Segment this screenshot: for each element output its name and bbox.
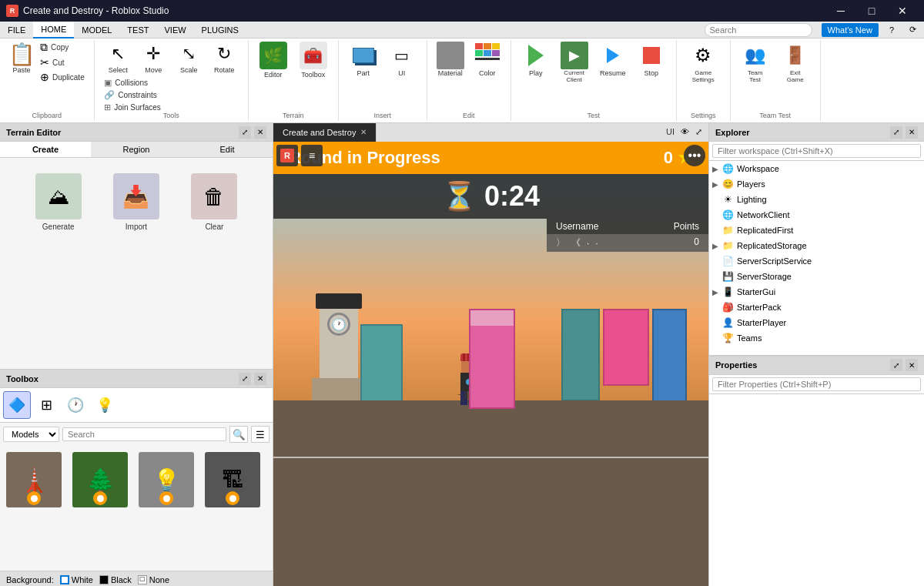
ribbon-search-input[interactable] bbox=[705, 23, 812, 37]
explorer-title: Explorer bbox=[715, 128, 750, 137]
color-button[interactable]: Color bbox=[470, 40, 504, 79]
cut-button[interactable]: ✂Cut bbox=[37, 55, 88, 69]
viewport-tab-close[interactable]: ✕ bbox=[360, 128, 367, 136]
toolbox-tab-grid[interactable]: ⊞ bbox=[32, 391, 60, 419]
close-button[interactable]: ✕ bbox=[887, 0, 918, 22]
explorer-search-input[interactable] bbox=[712, 144, 921, 158]
stop-button[interactable]: Stop bbox=[633, 40, 670, 79]
viewport-ui-toggle[interactable]: UI bbox=[666, 127, 675, 137]
ui-button[interactable]: ▭ UI bbox=[383, 40, 420, 79]
paste-button[interactable]: 📋 Paste bbox=[6, 40, 37, 75]
select-button[interactable]: ↖ Select bbox=[101, 40, 135, 75]
toolbox-ribbon-button[interactable]: 🧰 Toolbox bbox=[295, 40, 332, 80]
material-button[interactable]: Material bbox=[434, 40, 467, 79]
help-button[interactable]: ? bbox=[882, 22, 902, 39]
repstorage-arrow[interactable]: ▶ bbox=[712, 242, 721, 250]
terrain-close-button[interactable]: ✕ bbox=[254, 126, 266, 139]
menu-home[interactable]: HOME bbox=[33, 22, 74, 39]
viewport-tab-main[interactable]: Create and Destroy ✕ bbox=[273, 123, 377, 142]
toolbox-item-lamp[interactable]: 💡 bbox=[139, 452, 194, 507]
score-skip-btn[interactable]: 《 bbox=[571, 236, 581, 249]
explorer-item-replicated-storage[interactable]: ▶ 📁 ReplicatedStorage bbox=[709, 238, 924, 253]
whats-new-button[interactable]: What's New bbox=[822, 23, 879, 37]
toolbox-filter-button[interactable]: ☰ bbox=[251, 426, 270, 443]
terrain-tab-create[interactable]: Create bbox=[0, 142, 91, 157]
bg-none-option[interactable]: ☐ None bbox=[138, 575, 169, 584]
properties-float-button[interactable]: ⤢ bbox=[890, 359, 902, 371]
explorer-item-starter-gui[interactable]: ▶ 📱 StarterGui bbox=[709, 284, 924, 300]
duplicate-button[interactable]: ⊕Duplicate bbox=[37, 70, 88, 84]
import-tool[interactable]: 📥 Import bbox=[101, 173, 171, 231]
share-button[interactable]: ⟳ bbox=[902, 22, 924, 39]
clipboard-label: Clipboard bbox=[0, 112, 94, 119]
toolbox-item-tower[interactable]: 🗼 bbox=[6, 452, 62, 507]
move-button[interactable]: ✛ Move bbox=[136, 40, 170, 75]
toolbox-category-dropdown[interactable]: Models Meshes Images Decals Audio Plugin… bbox=[3, 427, 59, 442]
explorer-item-starter-player[interactable]: ▶ 👤 StarterPlayer bbox=[709, 315, 924, 330]
explorer-float-button[interactable]: ⤢ bbox=[890, 126, 902, 139]
constraints-button[interactable]: 🔗 Constraints bbox=[101, 89, 164, 101]
explorer-item-lighting[interactable]: ▶ ☀ Lighting bbox=[709, 192, 924, 207]
properties-search-input[interactable] bbox=[712, 377, 921, 391]
toolbox-search-button[interactable]: 🔍 bbox=[229, 426, 248, 443]
explorer-item-network[interactable]: ▶ 🌐 NetworkClient bbox=[709, 207, 924, 223]
toolbox-item-ramp[interactable]: 🏗 bbox=[205, 452, 260, 507]
menu-model[interactable]: MODEL bbox=[74, 22, 119, 39]
terrain-tab-region[interactable]: Region bbox=[91, 142, 182, 157]
rotate-button[interactable]: ↻ Rotate bbox=[207, 40, 241, 75]
current-client-button[interactable]: ▶ CurrentClient bbox=[556, 40, 593, 85]
exit-game-button[interactable]: 🚪 ExitGame bbox=[777, 40, 814, 85]
menu-test[interactable]: TEST bbox=[119, 22, 156, 39]
resume-button[interactable]: Resume bbox=[594, 40, 631, 79]
toolbox-close-button[interactable]: ✕ bbox=[254, 373, 266, 385]
team-test-button[interactable]: 👥 TeamTest bbox=[737, 40, 774, 85]
ground bbox=[273, 400, 708, 586]
editor-button[interactable]: 🌿 Editor bbox=[255, 40, 292, 80]
explorer-item-server-script[interactable]: ▶ 📄 ServerScriptService bbox=[709, 253, 924, 269]
minimize-button[interactable]: ─ bbox=[825, 0, 856, 22]
explorer-item-teams[interactable]: ▶ 🏆 Teams bbox=[709, 330, 924, 346]
game-home-button[interactable]: R bbox=[276, 145, 298, 166]
menu-view[interactable]: VIEW bbox=[156, 22, 193, 39]
toolbox-float-button[interactable]: ⤢ bbox=[239, 373, 251, 385]
lighting-name: Lighting bbox=[737, 195, 921, 204]
terrain-tab-edit[interactable]: Edit bbox=[182, 142, 273, 157]
toolbox-search-input[interactable] bbox=[62, 427, 226, 441]
part-button[interactable]: Part bbox=[345, 40, 382, 79]
generate-tool[interactable]: ⛰ Generate bbox=[23, 173, 93, 231]
toolbox-tab-light[interactable]: 💡 bbox=[91, 391, 119, 419]
explorer-item-replicated-first[interactable]: ▶ 📁 ReplicatedFirst bbox=[709, 223, 924, 238]
players-arrow[interactable]: ▶ bbox=[712, 180, 721, 189]
game-more-button[interactable]: ••• bbox=[684, 145, 705, 166]
terrain-float-button[interactable]: ⤢ bbox=[239, 126, 251, 139]
bg-white-option[interactable]: White bbox=[60, 575, 93, 584]
game-menu-button[interactable]: ≡ bbox=[301, 145, 323, 166]
score-col-points: Points bbox=[674, 221, 699, 232]
properties-close-button[interactable]: ✕ bbox=[906, 359, 918, 371]
collisions-button[interactable]: ▣ Collisions bbox=[101, 77, 164, 89]
copy-button[interactable]: ⧉Copy bbox=[37, 40, 88, 55]
menu-file[interactable]: FILE bbox=[0, 22, 33, 39]
explorer-close-button[interactable]: ✕ bbox=[906, 126, 918, 139]
play-button[interactable]: Play bbox=[517, 40, 554, 79]
viewport-expand-icon[interactable]: ⤢ bbox=[695, 127, 702, 137]
workspace-arrow[interactable]: ▶ bbox=[712, 165, 721, 173]
title-bar-controls[interactable]: ─ □ ✕ bbox=[825, 0, 918, 22]
explorer-item-workspace[interactable]: ▶ 🌐 Workspace bbox=[709, 161, 924, 176]
viewport-eye-icon[interactable]: 👁 bbox=[681, 127, 689, 137]
menu-plugins[interactable]: PLUGINS bbox=[194, 22, 246, 39]
clear-tool[interactable]: 🗑 Clear bbox=[179, 173, 249, 231]
toolbox-tab-models[interactable]: 🔷 bbox=[3, 391, 31, 419]
score-prev-btn[interactable]: 〉 bbox=[556, 236, 565, 249]
bg-black-label: Black bbox=[111, 575, 132, 584]
bg-black-option[interactable]: Black bbox=[99, 575, 132, 584]
game-settings-button[interactable]: ⚙ GameSettings bbox=[685, 40, 721, 85]
startgui-arrow[interactable]: ▶ bbox=[712, 288, 721, 296]
explorer-item-players[interactable]: ▶ 😊 Players bbox=[709, 176, 924, 192]
maximize-button[interactable]: □ bbox=[856, 0, 887, 22]
explorer-item-server-storage[interactable]: ▶ 💾 ServerStorage bbox=[709, 269, 924, 284]
explorer-item-starter-pack[interactable]: ▶ 🎒 StarterPack bbox=[709, 300, 924, 315]
toolbox-item-tree[interactable]: 🌲 bbox=[72, 452, 128, 507]
scale-button[interactable]: ⤡ Scale bbox=[172, 40, 206, 75]
toolbox-tab-recent[interactable]: 🕐 bbox=[62, 391, 89, 419]
